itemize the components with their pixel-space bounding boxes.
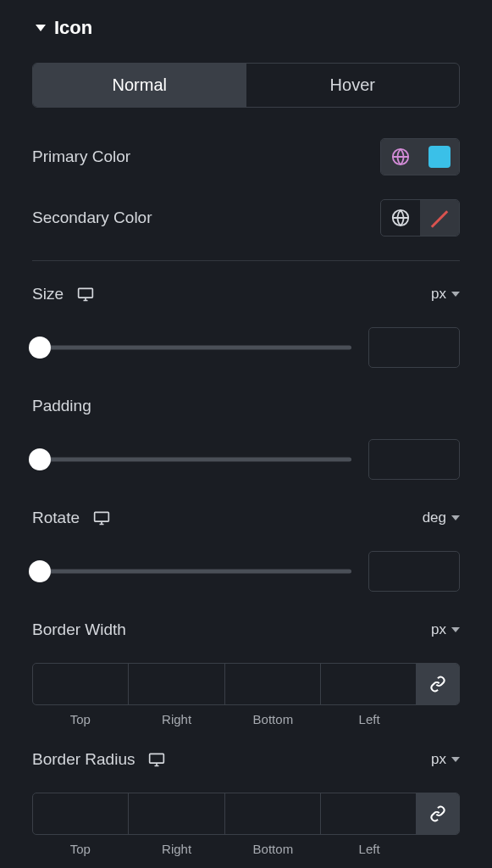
- svg-rect-2: [79, 288, 93, 298]
- global-color-button[interactable]: [381, 139, 420, 175]
- border-radius-left-input[interactable]: [321, 793, 417, 834]
- size-header: Size px: [32, 285, 460, 303]
- border-width-label: Border Width: [32, 620, 126, 639]
- size-input[interactable]: [368, 327, 460, 368]
- slider-thumb[interactable]: [29, 448, 51, 470]
- svg-rect-3: [95, 512, 109, 521]
- chevron-down-icon: [451, 757, 460, 762]
- primary-color-controls: [380, 138, 460, 175]
- side-label-left: Left: [321, 842, 417, 856]
- chevron-down-icon: [451, 292, 460, 297]
- side-label-top: Top: [32, 712, 129, 726]
- size-label: Size: [32, 285, 64, 303]
- slider-track: [32, 458, 351, 462]
- side-label-top: Top: [32, 842, 129, 856]
- padding-slider-row: [32, 439, 460, 480]
- link-values-button[interactable]: [417, 793, 459, 834]
- size-unit-select[interactable]: px: [431, 286, 460, 303]
- section-header[interactable]: Icon: [20, 17, 472, 39]
- border-radius-label: Border Radius: [32, 750, 135, 769]
- border-width-inputs: [32, 663, 460, 705]
- border-width-header: Border Width px: [32, 620, 460, 639]
- link-icon: [429, 805, 446, 822]
- border-width-right-input[interactable]: [129, 664, 224, 704]
- tab-hover[interactable]: Hover: [246, 64, 460, 107]
- tab-normal[interactable]: Normal: [33, 64, 246, 107]
- rotate-slider-row: [32, 551, 460, 592]
- secondary-color-controls: [380, 199, 460, 236]
- rotate-header: Rotate deg: [32, 509, 460, 527]
- size-slider-row: [32, 327, 460, 368]
- primary-color-row: Primary Color: [32, 138, 460, 175]
- primary-color-label: Primary Color: [32, 147, 130, 166]
- globe-icon: [391, 209, 410, 227]
- rotate-label: Rotate: [32, 509, 80, 527]
- border-radius-bottom-input[interactable]: [225, 793, 321, 834]
- divider: [32, 260, 460, 261]
- border-radius-unit-select[interactable]: px: [431, 751, 460, 768]
- border-width-top-input[interactable]: [33, 664, 129, 704]
- link-values-button[interactable]: [417, 664, 459, 704]
- rotate-unit-select[interactable]: deg: [423, 509, 460, 526]
- chevron-down-icon: [451, 515, 460, 520]
- border-radius-top-input[interactable]: [33, 793, 129, 834]
- link-icon: [429, 676, 446, 693]
- border-radius-unit-label: px: [431, 751, 446, 768]
- desktop-icon[interactable]: [93, 510, 110, 526]
- rotate-unit-label: deg: [423, 509, 446, 526]
- global-color-button[interactable]: [381, 200, 420, 236]
- color-swatch-button[interactable]: [420, 200, 459, 236]
- side-label-right: Right: [129, 712, 225, 726]
- slider-track: [32, 570, 351, 574]
- border-radius-right-input[interactable]: [129, 793, 224, 834]
- border-radius-side-labels: Top Right Bottom Left: [32, 842, 460, 856]
- border-width-left-input[interactable]: [321, 664, 417, 704]
- secondary-color-row: Secondary Color: [32, 199, 460, 236]
- border-radius-inputs: [32, 793, 460, 835]
- border-width-bottom-input[interactable]: [225, 664, 321, 704]
- desktop-icon[interactable]: [148, 752, 165, 767]
- padding-input[interactable]: [368, 439, 460, 480]
- no-color-icon: [427, 205, 452, 231]
- svg-rect-4: [150, 754, 164, 763]
- globe-icon: [391, 147, 410, 166]
- section-title: Icon: [54, 17, 92, 39]
- slider-thumb[interactable]: [29, 560, 51, 582]
- border-width-unit-select[interactable]: px: [431, 621, 460, 638]
- side-label-bottom: Bottom: [225, 842, 322, 856]
- size-slider[interactable]: [32, 339, 351, 356]
- secondary-color-label: Secondary Color: [32, 209, 152, 227]
- rotate-slider[interactable]: [32, 563, 351, 580]
- color-swatch: [428, 146, 451, 168]
- caret-down-icon: [36, 25, 46, 31]
- padding-slider[interactable]: [32, 451, 351, 468]
- size-unit-label: px: [431, 286, 446, 303]
- side-label-bottom: Bottom: [225, 712, 322, 726]
- border-width-side-labels: Top Right Bottom Left: [32, 712, 460, 726]
- slider-track: [32, 346, 351, 350]
- border-width-unit-label: px: [431, 621, 446, 638]
- border-radius-header: Border Radius px: [32, 750, 460, 769]
- color-swatch-button[interactable]: [420, 139, 459, 175]
- rotate-input[interactable]: [368, 551, 460, 592]
- desktop-icon[interactable]: [77, 287, 94, 302]
- side-label-right: Right: [129, 842, 225, 856]
- chevron-down-icon: [451, 627, 460, 632]
- slider-thumb[interactable]: [29, 337, 51, 359]
- padding-header: Padding: [32, 397, 460, 415]
- state-tabs: Normal Hover: [32, 63, 460, 108]
- padding-label: Padding: [32, 397, 91, 415]
- side-label-left: Left: [321, 712, 417, 726]
